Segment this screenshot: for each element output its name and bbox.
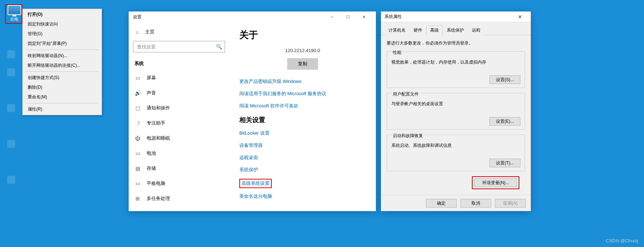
display-icon: ▭ — [134, 75, 141, 81]
taskbar-blur-icon — [7, 50, 15, 58]
system-properties-dialog: 系统属性 ✕ 计算机名 硬件 高级 系统保护 远程 要进行大多数更改，你必须作为… — [381, 11, 531, 211]
nav-label: 平板电脑 — [147, 180, 165, 187]
cancel-button[interactable]: 取消 — [460, 199, 491, 208]
nav-label: 声音 — [147, 90, 156, 96]
settings-window: 设置 ─ ☐ ✕ ⌂ 主页 🔍 系统 ▭屏幕 🔊声音 ▢通知和操作 ☽专注助手 … — [129, 11, 376, 211]
annotation-box-advanced: 高级系统设置 — [239, 179, 272, 188]
profile-settings-button[interactable]: 设置(E)... — [489, 117, 520, 126]
ctx-open[interactable]: 打开(O) — [23, 10, 102, 19]
sound-icon: 🔊 — [134, 90, 141, 96]
perf-settings-button[interactable]: 设置(S)... — [489, 75, 520, 84]
ok-button[interactable]: 确定 — [426, 199, 457, 208]
desktop-icon-this-pc[interactable]: 此电 — [6, 5, 23, 22]
tab-advanced[interactable]: 高级 — [426, 25, 443, 35]
fieldset-startup-recovery: 启动和故障恢复 系统启动、系统故障和调试信息 设置(T)... — [387, 135, 525, 171]
link-product-key[interactable]: 更改产品密钥或升级 Windows — [239, 78, 366, 85]
separator — [26, 103, 99, 103]
sysprops-title: 系统属性 — [385, 14, 402, 20]
startup-desc: 系统启动、系统故障和调试信息 — [391, 143, 520, 149]
nav-label: 电池 — [147, 150, 156, 157]
sysprops-titlebar[interactable]: 系统属性 ✕ — [381, 11, 531, 22]
link-system-protection[interactable]: 系统保护 — [239, 167, 366, 173]
close-button[interactable]: ✕ — [513, 14, 527, 20]
taskbar-blur-icon — [7, 68, 15, 76]
settings-title: 设置 — [133, 14, 142, 20]
nav-label: 专注助手 — [147, 120, 165, 126]
fieldset-performance: 性能 视觉效果，处理器计划，内存使用，以及虚拟内存 设置(S)... — [387, 51, 525, 88]
ctx-map-drive[interactable]: 映射网络驱动器(N)... — [23, 51, 102, 61]
profile-desc: 与登录帐户相关的桌面设置 — [391, 101, 520, 107]
environment-variables-button[interactable]: 环境变量(N)... — [474, 178, 517, 187]
apply-button[interactable]: 应用(A) — [495, 199, 526, 208]
multitask-icon: ⊞ — [134, 196, 141, 201]
moon-icon: ☽ — [134, 120, 141, 126]
version-text: 120.2212.4190.0 — [239, 48, 366, 53]
settings-main: 关于 120.2212.4190.0 复制 更改产品密钥或升级 Windows … — [229, 22, 376, 211]
nav-label: 屏幕 — [147, 75, 156, 81]
ctx-properties[interactable]: 属性(R) — [23, 104, 102, 114]
nav-label: 存储 — [147, 165, 156, 172]
tab-hardware[interactable]: 硬件 — [410, 25, 426, 35]
ctx-disconnect-drive[interactable]: 断开网络驱动器的连接(C)... — [23, 61, 102, 70]
perf-desc: 视觉效果，处理器计划，内存使用，以及虚拟内存 — [391, 59, 520, 65]
link-bitlocker[interactable]: BitLocker 设置 — [239, 130, 366, 136]
perf-legend: 性能 — [391, 50, 403, 56]
storage-icon: ▤ — [134, 166, 141, 171]
startup-legend: 启动和故障恢复 — [391, 133, 424, 139]
home-label: 主页 — [145, 29, 155, 35]
nav-notifications[interactable]: ▢通知和操作 — [129, 101, 229, 116]
fieldset-user-profile: 用户配置文件 与登录帐户相关的桌面设置 设置(E)... — [387, 93, 525, 130]
taskbar-blur-icon — [7, 140, 15, 148]
nav-power[interactable]: ⏻电源和睡眠 — [129, 131, 229, 146]
home-icon: ⌂ — [134, 29, 140, 35]
search-input[interactable] — [133, 41, 225, 52]
tab-computer-name[interactable]: 计算机名 — [385, 25, 410, 35]
taskbar-blur-icon — [7, 176, 15, 184]
copy-button[interactable]: 复制 — [287, 58, 318, 70]
admin-notice: 要进行大多数更改，你必须作为管理员登录。 — [387, 40, 525, 46]
tab-system-protection[interactable]: 系统保护 — [443, 25, 468, 35]
nav-battery[interactable]: ▭电池 — [129, 146, 229, 161]
startup-settings-button[interactable]: 设置(T)... — [489, 159, 520, 167]
nav-label: 电源和睡眠 — [147, 135, 170, 141]
settings-sidebar: ⌂ 主页 🔍 系统 ▭屏幕 🔊声音 ▢通知和操作 ☽专注助手 ⏻电源和睡眠 ▭电… — [129, 22, 229, 211]
nav-label: 多任务处理 — [147, 195, 170, 202]
link-device-manager[interactable]: 设备管理器 — [239, 142, 366, 149]
nav-display[interactable]: ▭屏幕 — [129, 70, 229, 85]
nav-storage[interactable]: ▤存储 — [129, 161, 229, 176]
ctx-manage[interactable]: 管理(G) — [23, 29, 102, 39]
separator — [26, 71, 99, 72]
nav-tablet[interactable]: ▭平板电脑 — [129, 176, 229, 191]
separator — [26, 50, 99, 50]
ctx-delete[interactable]: 删除(D) — [23, 83, 102, 92]
settings-titlebar[interactable]: 设置 ─ ☐ ✕ — [129, 11, 376, 22]
pc-icon — [8, 5, 21, 15]
profile-legend: 用户配置文件 — [391, 91, 420, 97]
search-icon: 🔍 — [216, 44, 222, 50]
link-remote-desktop[interactable]: 远程桌面 — [239, 154, 366, 161]
tab-remote[interactable]: 远程 — [468, 25, 484, 35]
close-button[interactable]: ✕ — [356, 11, 372, 22]
annotation-box-env-vars: 环境变量(N)... — [472, 176, 519, 189]
nav-focus[interactable]: ☽专注助手 — [129, 116, 229, 131]
ctx-create-shortcut[interactable]: 创建快捷方式(S) — [23, 73, 102, 83]
nav-sound[interactable]: 🔊声音 — [129, 85, 229, 101]
battery-icon: ▭ — [134, 150, 141, 156]
power-icon: ⏻ — [134, 135, 141, 141]
ctx-pin-quick[interactable]: 固定到快速访问 — [23, 19, 102, 29]
taskbar-blur-icon — [7, 104, 15, 112]
nav-multitask[interactable]: ⊞多任务处理 — [129, 191, 229, 206]
home-link[interactable]: ⌂ 主页 — [129, 25, 229, 39]
desktop-icon-label: 此电 — [10, 17, 18, 21]
ctx-rename[interactable]: 重命名(M) — [23, 92, 102, 102]
sidebar-heading: 系统 — [129, 57, 229, 70]
maximize-button[interactable]: ☐ — [340, 11, 356, 22]
related-settings-heading: 相关设置 — [239, 116, 366, 124]
minimize-button[interactable]: ─ — [324, 11, 340, 22]
link-service-agreement[interactable]: 阅读适用于我们服务的 Microsoft 服务协议 — [239, 90, 366, 97]
link-license-terms[interactable]: 阅读 Microsoft 软件许可条款 — [239, 103, 366, 109]
link-rename-pc[interactable]: 重命名这台电脑 — [239, 193, 366, 200]
ctx-pin-start[interactable]: 固定到"开始"屏幕(P) — [23, 39, 102, 48]
link-advanced-system-settings[interactable]: 高级系统设置 — [242, 180, 270, 187]
tabstrip: 计算机名 硬件 高级 系统保护 远程 — [381, 22, 531, 35]
